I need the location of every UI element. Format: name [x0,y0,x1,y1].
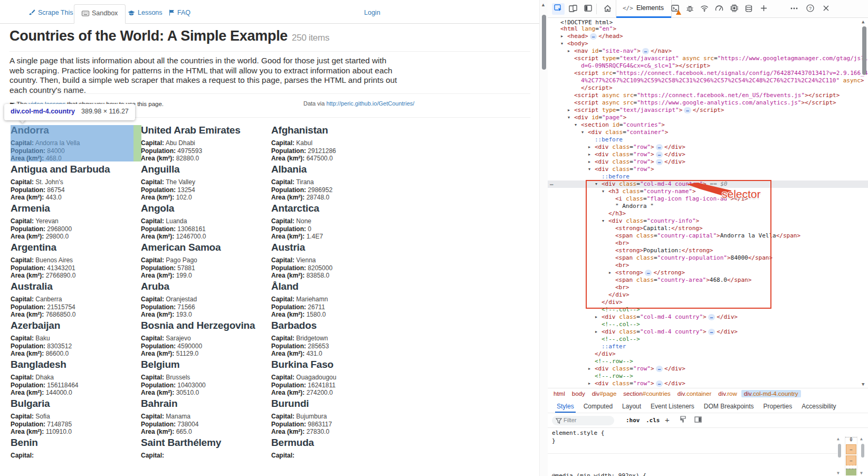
collapsed-ellipsis-button[interactable]: … [684,107,691,113]
collapse-arrow-icon[interactable]: ▾ [568,114,570,121]
collapsed-ellipsis-button[interactable]: … [590,33,597,40]
scroll-up-arrow-icon[interactable]: ▲ [860,436,863,441]
panel-tab-layout[interactable]: Layout [617,399,646,413]
more-options-icon[interactable] [788,3,800,15]
data-via-link[interactable]: http://peric.github.io/GetCountries/ [326,100,414,107]
panel-tab-properties[interactable]: Properties [759,399,797,413]
breadcrumb-item[interactable]: html [551,390,568,397]
dom-gutter-menu[interactable]: … [550,180,554,187]
memory-icon[interactable] [728,3,740,15]
collapse-arrow-icon[interactable]: ▾ [561,40,563,47]
dom-line[interactable]: ▸<div class="row">…</div> [548,158,868,166]
application-icon[interactable] [742,3,755,15]
help-icon[interactable]: ? [804,3,816,15]
new-style-rule-button[interactable]: + [665,415,670,424]
style-filter-input[interactable]: Filter [552,416,614,425]
dom-line[interactable]: ▸<div class="col-md-4 country">…</div> [548,328,868,336]
dom-line[interactable]: <!--.col--> [548,321,868,328]
breadcrumb-item[interactable]: body [569,390,588,397]
expand-arrow-icon[interactable]: ▸ [588,365,590,373]
console-icon[interactable] [669,3,681,15]
panel-tab-dom-breakpoints[interactable]: DOM Breakpoints [699,399,759,413]
collapsed-ellipsis-button[interactable]: … [708,314,715,320]
dom-line[interactable]: ::before [548,136,868,144]
dom-line[interactable]: <script src="https://connect.facebook.ne… [548,70,868,77]
close-icon[interactable] [819,3,832,15]
scroll-down-arrow-icon[interactable]: ▼ [860,471,863,475]
collapsed-ellipsis-button[interactable]: … [656,151,663,158]
dom-line[interactable]: ▾<div id="page"> [548,114,868,121]
expand-arrow-icon[interactable]: ▸ [588,380,590,387]
inspect-icon[interactable] [552,3,565,15]
expand-arrow-icon[interactable]: ▸ [595,313,597,321]
collapse-arrow-icon[interactable]: ▾ [581,129,584,136]
tab-elements[interactable]: </>Elements [616,0,672,18]
dom-line[interactable]: <!--.col--> [548,336,868,343]
scroll-down-arrow-icon[interactable]: ▼ [837,471,840,475]
focus-mode-icon[interactable] [581,3,594,15]
dom-line[interactable]: <script async src="https://www.google-an… [548,99,868,107]
toggle-sidebar-icon[interactable] [694,415,702,425]
dom-line[interactable]: <!--.row--> [548,373,868,380]
dom-line[interactable]: ▸<div class="row">…</div> [548,365,868,373]
element-style-rule[interactable]: element.style { [548,428,868,437]
dom-line[interactable]: ▸<div class="col-md-4 country">…</div> [548,313,868,321]
scrollbar-thumb[interactable] [542,15,546,70]
breadcrumb-item[interactable]: div.col-md-4.country [741,390,801,397]
dom-line[interactable]: ▸<script type="text/javascript">…</scrip… [548,107,868,114]
dom-line[interactable]: d=G-09N5RQCFG4&cx=c&_slc=1"></script> [548,62,868,70]
dom-line[interactable]: ::after [548,343,868,350]
network-icon[interactable] [698,3,711,15]
dom-line[interactable]: ▾<section id="countries"> [548,121,868,129]
dom-line[interactable]: ▾<div class="container"> [548,129,868,136]
toggle-hover-state-button[interactable]: :hov [626,417,640,424]
dom-line[interactable]: ▸<div class="row">…</div> [548,151,868,158]
styles-scrollbar[interactable]: ▲ ▼ [836,436,843,475]
performance-icon[interactable] [713,3,726,15]
dom-line[interactable]: ▸<head>…</head> [548,33,868,40]
scroll-down-arrow-icon[interactable]: ▼ [862,382,864,387]
collapse-arrow-icon[interactable]: ▾ [575,121,577,129]
expand-arrow-icon[interactable]: ▸ [568,107,570,114]
panel-tab-styles[interactable]: Styles [552,399,579,413]
expand-arrow-icon[interactable]: ▸ [568,47,570,55]
login-link[interactable]: Login [364,9,380,16]
panel-tab-computed[interactable]: Computed [579,399,617,413]
collapsed-ellipsis-button[interactable]: … [708,329,715,335]
collapsed-ellipsis-button[interactable]: … [642,48,649,54]
toggle-class-button[interactable]: .cls [646,417,660,424]
dom-line[interactable]: ▾<body> [548,40,868,47]
breadcrumb-item[interactable]: div.row [716,390,740,397]
nav-tab-sandbox[interactable]: Sandbox [74,4,126,24]
collapsed-ellipsis-button[interactable]: … [656,144,663,150]
nav-tab-faq[interactable]: FAQ [161,4,198,24]
dom-line[interactable]: 4%2C77%2C67%2C109%2C59%2C58%2C31%2C96%2C… [548,77,868,84]
expand-arrow-icon[interactable]: ▸ [588,151,590,158]
scroll-up-arrow-icon[interactable]: ▲ [837,436,840,441]
page-scrollbar[interactable]: ▲ [539,0,548,476]
collapsed-ellipsis-button[interactable]: … [656,380,663,387]
dom-line[interactable]: ▸<nav id="site-nav">…</nav> [548,47,868,55]
dom-line[interactable]: <script async src="https://connect.faceb… [548,92,868,99]
add-tab-icon[interactable] [757,3,770,15]
expand-arrow-icon[interactable]: ▸ [588,144,590,151]
home-icon[interactable] [601,3,614,15]
breadcrumb-item[interactable]: div.container [675,390,714,397]
dom-line[interactable]: <!DOCTYPE html> [548,18,868,25]
scroll-up-arrow-icon[interactable]: ▲ [862,19,864,24]
collapsed-ellipsis-button[interactable]: … [656,366,663,372]
dom-line[interactable]: </script> [548,84,868,92]
dom-line[interactable]: ▸<div class="row">…</div> [548,144,868,151]
expand-arrow-icon[interactable]: ▸ [561,33,563,40]
scrollbar-thumb[interactable] [861,444,864,458]
expand-arrow-icon[interactable]: ▸ [595,328,597,336]
breadcrumb-item[interactable]: div#page [589,390,619,397]
scrollbar-thumb[interactable] [862,26,866,75]
dom-line[interactable]: <!--.row--> [548,358,868,365]
dom-tree-scrollbar[interactable]: ▲ ▼ [861,18,868,388]
scrollbar-thumb[interactable] [838,444,841,458]
collapsed-ellipsis-button[interactable]: … [656,159,663,165]
breadcrumb-item[interactable]: section#countries [621,390,673,397]
dom-line[interactable]: ::before [548,173,868,180]
scroll-up-arrow-icon[interactable]: ▲ [541,2,546,7]
